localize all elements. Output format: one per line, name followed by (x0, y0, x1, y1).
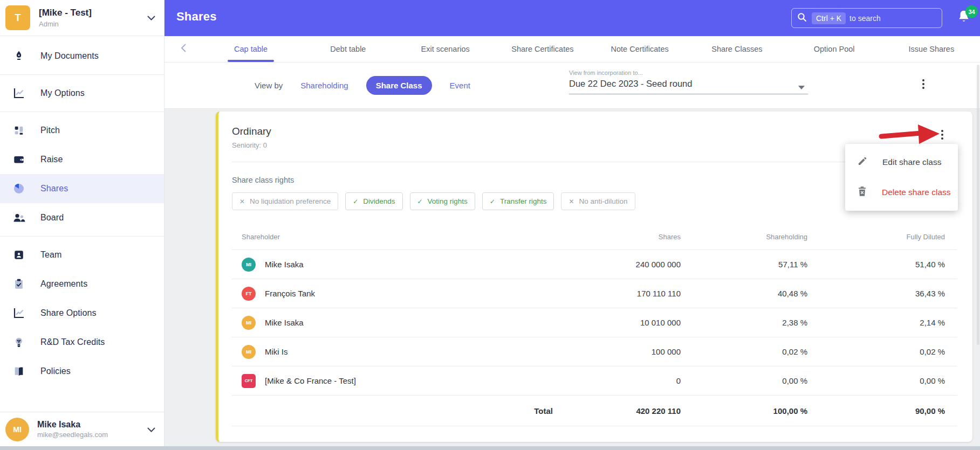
lightbulb-icon (12, 335, 26, 349)
column-shareholder: Shareholder (232, 233, 569, 241)
tab-cap-table[interactable]: Cap table (202, 36, 299, 62)
shareholder-name: Mike Isaka (265, 318, 304, 327)
sidebar-item-pitch[interactable]: Pitch (0, 116, 164, 145)
shareholding-value: 57,11 % (693, 260, 820, 269)
pencil-icon (857, 156, 868, 169)
menu-item-edit-share-class[interactable]: Edit share class (845, 147, 958, 177)
sidebar-item-my-documents[interactable]: My Documents (0, 41, 164, 71)
company-avatar: T (5, 5, 30, 30)
check-icon: ✓ (353, 198, 358, 205)
user-account-menu[interactable]: MI Mike Isaka mike@seedlegals.com (0, 412, 164, 446)
company-switcher[interactable]: T [Mike - Test] Admin (0, 0, 164, 36)
divider (0, 74, 164, 75)
sidebar-item-my-options[interactable]: My Options (0, 79, 164, 108)
table-row[interactable]: FTFrançois Tank 170 110 110 40,48 % 36,4… (232, 279, 957, 308)
sidebar-item-policies[interactable]: Policies (0, 357, 164, 386)
shareholder-name: François Tank (265, 289, 315, 298)
sidebar-item-team[interactable]: Team (0, 240, 164, 269)
sidebar-item-label: Board (40, 213, 64, 223)
notifications-button[interactable]: 34 (957, 9, 973, 26)
shares-value: 0 (569, 376, 693, 385)
period-select[interactable]: View from incorporation to... Due 22 Dec… (569, 70, 808, 94)
total-label: Total (232, 406, 569, 416)
period-select-label: View from incorporation to... (569, 70, 808, 76)
table-row[interactable]: MIMike Isaka 10 010 000 2,38 % 2,14 % (232, 308, 957, 337)
bell-icon (957, 17, 971, 26)
tab-share-classes[interactable]: Share Classes (688, 36, 785, 62)
sidebar-item-label: My Options (40, 88, 85, 98)
divider (0, 236, 164, 237)
clipboard-check-icon (12, 277, 26, 291)
search-input[interactable]: Ctrl + K to search (791, 8, 942, 28)
tabs-scroll-left-button[interactable] (165, 36, 202, 62)
chip-label: No liquidation preference (250, 197, 331, 205)
x-icon: ✕ (568, 198, 574, 205)
column-shareholding: Shareholding (693, 233, 820, 241)
vertical-scrollbar[interactable] (977, 65, 979, 345)
table-row[interactable]: MIMiki Is 100 000 0,02 % 0,02 % (232, 337, 957, 366)
search-icon (797, 12, 807, 24)
user-name: Mike Isaka (37, 420, 147, 430)
trash-icon (857, 186, 867, 199)
search-placeholder: to search (849, 14, 881, 23)
sidebar-item-label: Shares (40, 184, 68, 193)
sidebar-item-label: R&D Tax Credits (40, 337, 105, 347)
avatar: MI (242, 258, 256, 272)
tab-issue-shares[interactable]: Issue Shares (883, 36, 980, 62)
view-by-event[interactable]: Event (450, 81, 470, 90)
table-row[interactable]: CFT[Mike & Co France - Test] 0 0,00 % 0,… (232, 366, 957, 396)
sidebar: T [Mike - Test] Admin My Documents My Op… (0, 0, 165, 450)
chip-no-liquidation-preference: ✕ No liquidation preference (232, 192, 338, 210)
total-shares: 420 220 110 (569, 406, 693, 416)
sidebar-item-raise[interactable]: Raise (0, 145, 164, 174)
book-icon (12, 364, 26, 378)
shares-value: 170 110 110 (569, 289, 693, 298)
check-icon: ✓ (417, 198, 423, 205)
notification-badge: 34 (965, 5, 978, 18)
wallet-icon (12, 153, 26, 167)
tab-share-certificates[interactable]: Share Certificates (494, 36, 591, 62)
sidebar-item-share-options[interactable]: Share Options (0, 299, 164, 328)
shareholding-value: 0,00 % (693, 376, 820, 385)
table-row[interactable]: MIMike Isaka 240 000 000 57,11 % 51,40 % (232, 250, 957, 279)
period-select-value: Due 22 Dec 2023 - Seed round (569, 79, 808, 89)
shareholder-name: Mike Isaka (265, 260, 304, 269)
x-icon: ✕ (239, 198, 245, 205)
column-fully-diluted: Fully Diluted (820, 233, 957, 241)
chip-label: Voting rights (428, 197, 468, 205)
tab-debt-table[interactable]: Debt table (299, 36, 396, 62)
chevron-left-icon (181, 44, 186, 54)
share-class-name: Ordinary (232, 126, 957, 137)
top-header: Shares Ctrl + K to search 34 (165, 0, 980, 36)
column-shares: Shares (569, 233, 693, 241)
sidebar-item-board[interactable]: Board (0, 203, 164, 232)
shareholding-value: 0,02 % (693, 347, 820, 356)
sidebar-item-agreements[interactable]: Agreements (0, 269, 164, 299)
fully-diluted-value: 0,00 % (820, 376, 957, 385)
chip-label: No anti-dilution (579, 197, 628, 205)
chip-label: Transfer rights (500, 197, 547, 205)
view-by-label: View by (255, 81, 283, 90)
view-by-shareholding[interactable]: Shareholding (300, 81, 348, 90)
fully-diluted-value: 0,02 % (820, 347, 957, 356)
sidebar-item-label: Share Options (40, 308, 97, 318)
tab-option-pool[interactable]: Option Pool (786, 36, 883, 62)
menu-item-delete-share-class[interactable]: Delete share class (845, 177, 958, 207)
sidebar-item-label: My Documents (40, 51, 99, 61)
tabs-bar: Cap table Debt table Exit scenarios Shar… (165, 36, 980, 63)
share-class-kebab-menu-button[interactable] (937, 129, 947, 141)
table-header-row: Shareholder Shares Shareholding Fully Di… (232, 224, 957, 250)
filter-bar-kebab-menu-button[interactable] (919, 78, 928, 90)
search-shortcut: Ctrl + K (812, 12, 846, 24)
view-by-share-class[interactable]: Share Class (366, 76, 432, 95)
horizontal-scrollbar[interactable] (0, 446, 980, 450)
divider (0, 112, 164, 112)
sidebar-item-rd-tax-credits[interactable]: R&D Tax Credits (0, 328, 164, 357)
chip-voting-rights: ✓ Voting rights (410, 192, 475, 210)
fully-diluted-value: 51,40 % (820, 260, 957, 269)
tab-note-certificates[interactable]: Note Certificates (591, 36, 688, 62)
tab-exit-scenarios[interactable]: Exit scenarios (397, 36, 494, 62)
company-name: [Mike - Test] (39, 8, 147, 18)
sidebar-item-shares[interactable]: Shares (0, 174, 164, 203)
share-class-context-menu: Edit share class Delete share class (845, 144, 958, 211)
